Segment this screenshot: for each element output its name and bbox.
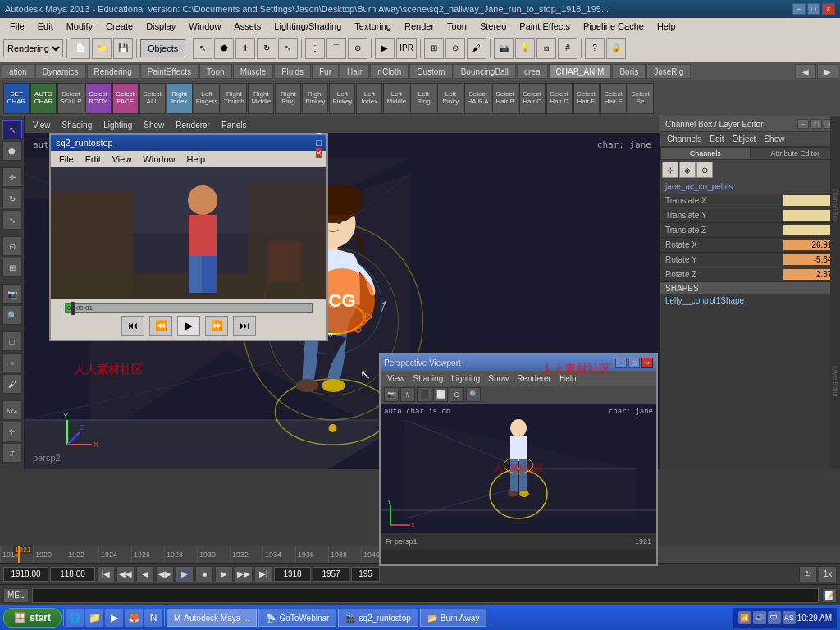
vp2-tool-2[interactable]: # xyxy=(400,387,415,402)
shelf-tab-ation[interactable]: ation xyxy=(2,64,34,79)
vid-menu-file[interactable]: File xyxy=(54,153,79,165)
playback-play-back[interactable]: ◀▶ xyxy=(156,566,174,582)
tool-grid[interactable]: # xyxy=(2,443,22,463)
attribute-editor-sidebar[interactable]: Channel Box Layer Editor xyxy=(830,116,840,469)
playback-start-frame[interactable] xyxy=(3,567,48,582)
shelf-nav-right[interactable]: ▶ xyxy=(817,64,838,79)
shelf-tab-boris[interactable]: Boris xyxy=(612,64,646,79)
tray-security[interactable]: 🛡 xyxy=(768,611,781,624)
left-pinkey-button[interactable]: Left Pinkey xyxy=(329,83,355,114)
vp2-close[interactable]: × xyxy=(641,358,653,368)
cb-tab-attribute-editor[interactable]: Attribute Editor xyxy=(751,147,841,160)
vp2-tool-4[interactable]: ⬜ xyxy=(433,387,448,402)
left-index-button[interactable]: Left Index xyxy=(356,83,382,114)
quick-launch-folder[interactable]: 📁 xyxy=(85,609,103,627)
cb-tool-1[interactable]: ⊹ xyxy=(662,162,678,178)
menu-assets[interactable]: Assets xyxy=(227,21,267,32)
menu-render[interactable]: Render xyxy=(398,21,441,32)
taskbar-app-maya[interactable]: M Autodesk Maya ... xyxy=(167,609,257,627)
taskbar-app-webinar[interactable]: 📡 GoToWebinar xyxy=(258,609,336,627)
video-skip-start[interactable]: ⏮ xyxy=(121,316,144,336)
toolbar-open[interactable]: 📁 xyxy=(92,38,112,59)
tool-select[interactable]: ↖ xyxy=(2,120,22,139)
right-ring-button[interactable]: Right Ring xyxy=(275,83,301,114)
toolbar-lock[interactable]: 🔒 xyxy=(606,38,626,59)
menu-help[interactable]: Help xyxy=(651,21,682,32)
vp-menu-view[interactable]: View xyxy=(28,120,56,130)
toolbar-light[interactable]: 💡 xyxy=(515,38,535,59)
left-pinky2-button[interactable]: Left Pinky xyxy=(437,83,463,114)
cb-tool-3[interactable]: ⊙ xyxy=(696,162,713,178)
menu-texturing[interactable]: Texturing xyxy=(348,21,398,32)
select-hair-c-button[interactable]: Select Hair C xyxy=(519,83,546,114)
select-face-button[interactable]: Select FACE xyxy=(112,83,139,114)
shelf-tab-bouncingball[interactable]: BouncingBall xyxy=(454,64,516,79)
vp2-maximize[interactable]: □ xyxy=(628,358,640,368)
cb-menu-object[interactable]: Object xyxy=(729,134,760,144)
vp2-minimize[interactable]: − xyxy=(615,358,627,368)
shelf-tab-painteffects[interactable]: PaintEffects xyxy=(140,64,199,79)
quick-launch-ie[interactable]: 🌐 xyxy=(66,609,84,627)
menu-modify[interactable]: Modify xyxy=(60,21,99,32)
menu-edit[interactable]: Edit xyxy=(31,21,60,32)
objects-button[interactable]: Objects xyxy=(140,39,185,57)
right-thumb-button[interactable]: Right Thumb xyxy=(221,83,247,114)
vid-menu-window[interactable]: Window xyxy=(138,153,180,165)
playback-next-key[interactable]: ▶▶ xyxy=(235,566,253,582)
vp2-menu-renderer[interactable]: Renderer xyxy=(514,373,555,384)
video-fast-forward[interactable]: ⏩ xyxy=(205,316,228,336)
tool-sphere[interactable]: ○ xyxy=(2,353,22,372)
maximize-button[interactable]: □ xyxy=(807,3,820,15)
set-char-button[interactable]: SET CHAR xyxy=(3,83,30,114)
menu-create[interactable]: Create xyxy=(99,21,139,32)
shelf-nav-left[interactable]: ◀ xyxy=(795,64,816,79)
playback-next-frame[interactable]: ▶ xyxy=(215,566,233,582)
tray-network[interactable]: 📶 xyxy=(738,611,751,624)
playback-frame-1918[interactable] xyxy=(274,567,311,582)
vp-menu-lighting[interactable]: Lighting xyxy=(98,120,137,130)
cb-menu-edit[interactable]: Edit xyxy=(706,134,727,144)
vp-menu-show[interactable]: Show xyxy=(139,120,169,130)
toolbar-save[interactable]: 💾 xyxy=(113,38,133,59)
vp2-menu-help[interactable]: Help xyxy=(556,373,580,384)
playback-speed[interactable]: 1x xyxy=(819,566,837,582)
vid-menu-edit[interactable]: Edit xyxy=(80,153,106,165)
taskbar-app-burnaway[interactable]: 📂 Burn Away xyxy=(420,609,487,627)
tool-xyz[interactable]: XYZ xyxy=(2,400,22,420)
vp2-tool-1[interactable]: 📷 xyxy=(384,387,399,402)
video-maximize[interactable]: □ xyxy=(316,138,322,148)
vp2-menu-show[interactable]: Show xyxy=(485,373,512,384)
tool-scale[interactable]: ⤡ xyxy=(2,210,22,230)
menu-paint-effects[interactable]: Paint Effects xyxy=(513,21,577,32)
menu-display[interactable]: Display xyxy=(139,21,182,32)
rendering-dropdown[interactable]: Rendering xyxy=(3,39,63,57)
select-sculp-button[interactable]: Select SCULP xyxy=(57,83,84,114)
video-progress-bar[interactable]: 00:00:01 xyxy=(65,303,313,313)
toolbar-show-manip[interactable]: ⊞ xyxy=(424,38,444,59)
tool-box[interactable]: □ xyxy=(2,331,22,351)
toolbar-snap-curve[interactable]: ⌒ xyxy=(326,38,346,59)
toolbar-lasso[interactable]: ⬟ xyxy=(214,38,234,59)
shelf-tab-rendering[interactable]: Rendering xyxy=(87,64,139,79)
playback-skip-start[interactable]: |◀ xyxy=(97,566,115,582)
toolbar-camera[interactable]: 📷 xyxy=(494,38,514,59)
toolbar-select[interactable]: ↖ xyxy=(193,38,212,59)
quick-launch-firefox[interactable]: 🦊 xyxy=(125,609,143,627)
shelf-tab-custom[interactable]: Custom xyxy=(409,64,452,79)
tool-soft-select[interactable]: ⊙ xyxy=(2,236,22,256)
close-button[interactable]: × xyxy=(822,3,835,15)
shelf-tab-dynamics[interactable]: Dynamics xyxy=(35,64,86,79)
shelf-tab-char-anim[interactable]: CHAR_ANIM xyxy=(549,64,612,79)
select-hair-e-button[interactable]: Select Hair E xyxy=(573,83,600,114)
vp2-menu-shading[interactable]: Shading xyxy=(410,373,447,384)
tool-camera[interactable]: 📷 xyxy=(2,284,22,304)
menu-window[interactable]: Window xyxy=(182,21,227,32)
select-se-button[interactable]: Select Se xyxy=(628,83,654,114)
playback-loop[interactable]: ↻ xyxy=(799,566,817,582)
script-editor-button[interactable]: 📝 xyxy=(822,588,837,603)
playback-frame-195[interactable] xyxy=(351,567,380,582)
cb-tool-2[interactable]: ◈ xyxy=(679,162,696,178)
toolbar-grid[interactable]: # xyxy=(558,38,578,59)
shelf-tab-fur[interactable]: Fur xyxy=(312,64,339,79)
toolbar-snap-point[interactable]: ⊕ xyxy=(348,38,368,59)
